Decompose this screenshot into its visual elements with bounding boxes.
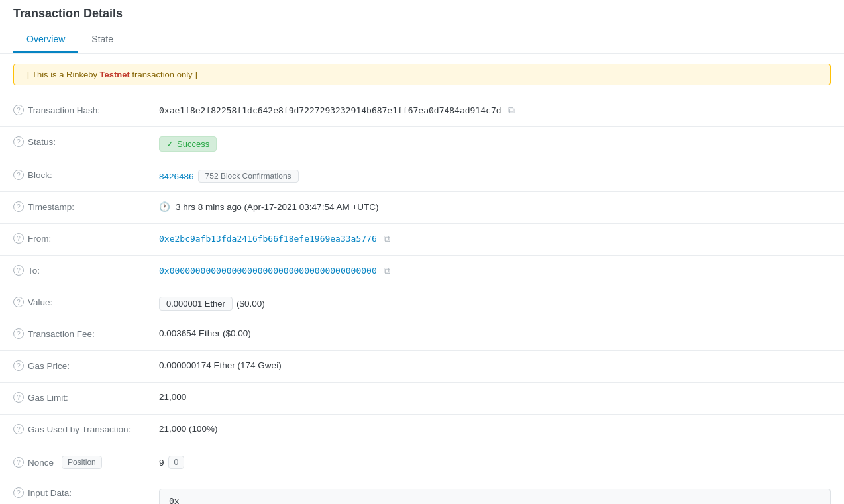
row-timestamp: ? Timestamp: 🕐 3 hrs 8 mins ago (Apr-17-… <box>0 192 844 224</box>
row-from: ? From: 0xe2bc9afb13fda2416fb66f18efe196… <box>0 224 844 256</box>
row-value: ? Value: 0.000001 Ether ($0.00) <box>0 287 844 319</box>
copy-icon-to[interactable]: ⧉ <box>384 265 390 276</box>
status-check-icon: ✓ <box>166 139 174 149</box>
content-area: [ This is a Rinkeby Testnet transaction … <box>0 64 844 504</box>
help-icon-timestamp[interactable]: ? <box>13 201 24 212</box>
help-icon-nonce[interactable]: ? <box>13 457 24 468</box>
help-icon-transaction-hash[interactable]: ? <box>13 105 24 115</box>
gas-used-text: 21,000 (100%) <box>159 424 218 434</box>
label-status: ? Status: <box>13 135 159 147</box>
transaction-hash-text: 0xae1f8e2f82258f1dc642e8f9d7227293232914… <box>159 105 501 115</box>
page-title: Transaction Details <box>13 7 831 27</box>
block-confirmations: 752 Block Confirmations <box>198 170 299 183</box>
help-icon-to[interactable]: ? <box>13 265 24 276</box>
help-icon-input-data[interactable]: ? <box>13 487 24 498</box>
input-data-box: 0x <box>159 489 831 504</box>
value-gas-price: 0.000000174 Ether (174 Gwei) <box>159 359 831 370</box>
nonce-position-label: Position <box>62 456 102 469</box>
label-gas-price: ? Gas Price: <box>13 359 159 371</box>
value-input-data: 0x <box>159 486 831 504</box>
label-input-data: ? Input Data: <box>13 486 159 498</box>
banner-bold: Testnet <box>100 70 130 79</box>
value-from: 0xe2bc9afb13fda2416fb66f18efe1969ea33a57… <box>159 232 831 244</box>
tab-state[interactable]: State <box>78 27 127 53</box>
help-icon-status[interactable]: ? <box>13 136 24 147</box>
status-text: Success <box>177 139 209 149</box>
label-to: ? To: <box>13 264 159 276</box>
testnet-banner: [ This is a Rinkeby Testnet transaction … <box>13 64 831 85</box>
row-transaction-fee: ? Transaction Fee: 0.003654 Ether ($0.00… <box>0 319 844 351</box>
help-icon-from[interactable]: ? <box>13 233 24 244</box>
help-icon-block[interactable]: ? <box>13 170 24 180</box>
to-address-link[interactable]: 0x00000000000000000000000000000000000000… <box>159 266 377 276</box>
tab-bar: Overview State <box>13 27 831 53</box>
row-nonce: ? Nonce Position 9 0 <box>0 446 844 478</box>
timestamp-text: 3 hrs 8 mins ago (Apr-17-2021 03:47:54 A… <box>176 202 379 212</box>
row-gas-price: ? Gas Price: 0.000000174 Ether (174 Gwei… <box>0 351 844 383</box>
value-value: 0.000001 Ether ($0.00) <box>159 295 831 311</box>
label-block: ? Block: <box>13 168 159 180</box>
label-transaction-hash: ? Transaction Hash: <box>13 103 159 115</box>
label-nonce: ? Nonce Position <box>13 454 159 469</box>
label-gas-used: ? Gas Used by Transaction: <box>13 423 159 434</box>
label-from: ? From: <box>13 232 159 244</box>
row-status: ? Status: ✓ Success <box>0 127 844 160</box>
value-transaction-fee: 0.003654 Ether ($0.00) <box>159 327 831 338</box>
row-gas-used: ? Gas Used by Transaction: 21,000 (100%) <box>0 415 844 446</box>
row-block: ? Block: 8426486 752 Block Confirmations <box>0 160 844 192</box>
label-timestamp: ? Timestamp: <box>13 200 159 212</box>
label-gas-limit: ? Gas Limit: <box>13 391 159 403</box>
help-icon-transaction-fee[interactable]: ? <box>13 328 24 339</box>
help-icon-gas-limit[interactable]: ? <box>13 392 24 403</box>
row-gas-limit: ? Gas Limit: 21,000 <box>0 383 844 415</box>
value-status: ✓ Success <box>159 135 831 152</box>
row-input-data: ? Input Data: 0x <box>0 478 844 504</box>
gas-price-text: 0.000000174 Ether (174 Gwei) <box>159 360 282 370</box>
tab-overview[interactable]: Overview <box>13 27 78 53</box>
value-gas-used: 21,000 (100%) <box>159 423 831 434</box>
value-timestamp: 🕐 3 hrs 8 mins ago (Apr-17-2021 03:47:54… <box>159 200 831 212</box>
nonce-position-value: 0 <box>168 456 185 469</box>
help-icon-gas-used[interactable]: ? <box>13 424 24 434</box>
label-value: ? Value: <box>13 295 159 307</box>
help-icon-gas-price[interactable]: ? <box>13 360 24 371</box>
label-transaction-fee: ? Transaction Fee: <box>13 327 159 339</box>
status-badge: ✓ Success <box>159 136 217 152</box>
from-address-link[interactable]: 0xe2bc9afb13fda2416fb66f18efe1969ea33a57… <box>159 234 377 244</box>
value-block: 8426486 752 Block Confirmations <box>159 168 831 183</box>
copy-icon-from[interactable]: ⧉ <box>384 233 390 244</box>
value-transaction-hash: 0xae1f8e2f82258f1dc642e8f9d7227293232914… <box>159 103 831 116</box>
clock-icon: 🕐 <box>159 201 170 212</box>
row-transaction-hash: ? Transaction Hash: 0xae1f8e2f82258f1dc6… <box>0 95 844 127</box>
row-to: ? To: 0x00000000000000000000000000000000… <box>0 256 844 287</box>
value-nonce: 9 0 <box>159 454 831 469</box>
value-gas-limit: 21,000 <box>159 391 831 402</box>
value-usd: ($0.00) <box>237 299 265 309</box>
block-number-link[interactable]: 8426486 <box>159 172 194 181</box>
gas-limit-text: 21,000 <box>159 392 186 402</box>
value-ether-badge: 0.000001 Ether <box>159 297 233 311</box>
nonce-value: 9 <box>159 458 164 468</box>
help-icon-value[interactable]: ? <box>13 297 24 307</box>
page-header: Transaction Details Overview State <box>0 0 844 54</box>
banner-suffix: transaction only ] <box>130 70 197 79</box>
value-to: 0x00000000000000000000000000000000000000… <box>159 264 831 276</box>
copy-icon-transaction-hash[interactable]: ⧉ <box>508 105 515 116</box>
banner-prefix: [ This is a Rinkeby <box>27 70 100 79</box>
transaction-fee-text: 0.003654 Ether ($0.00) <box>159 328 251 338</box>
